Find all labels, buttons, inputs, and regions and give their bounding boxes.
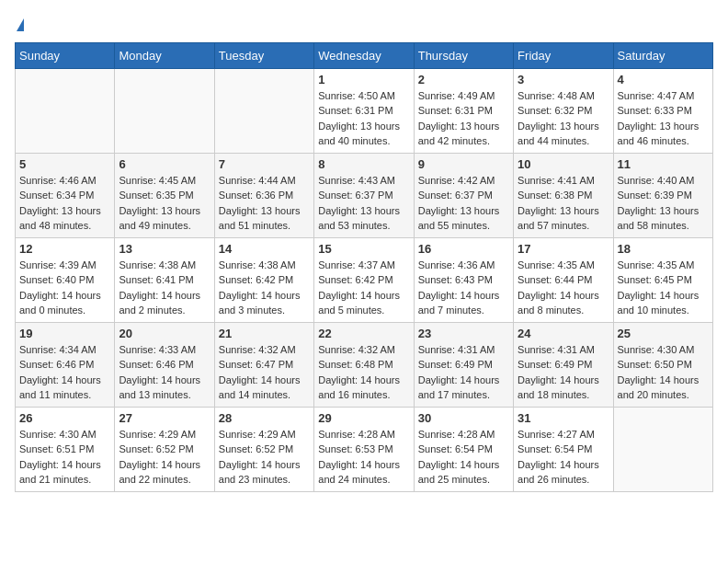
calendar-table: SundayMondayTuesdayWednesdayThursdayFrid… (15, 42, 713, 492)
calendar-cell: 28Sunrise: 4:29 AM Sunset: 6:52 PM Dayli… (214, 407, 313, 491)
day-info: Sunrise: 4:47 AM Sunset: 6:33 PM Dayligh… (618, 88, 709, 149)
day-number: 5 (19, 157, 110, 171)
day-info: Sunrise: 4:50 AM Sunset: 6:31 PM Dayligh… (318, 88, 409, 149)
calendar-cell (16, 68, 115, 153)
calendar-cell: 6Sunrise: 4:45 AM Sunset: 6:35 PM Daylig… (115, 153, 214, 237)
calendar-cell: 7Sunrise: 4:44 AM Sunset: 6:36 PM Daylig… (214, 153, 313, 237)
day-info: Sunrise: 4:49 AM Sunset: 6:31 PM Dayligh… (418, 88, 509, 149)
day-info: Sunrise: 4:29 AM Sunset: 6:52 PM Dayligh… (219, 427, 310, 488)
column-header-sunday: Sunday (16, 42, 115, 68)
day-info: Sunrise: 4:40 AM Sunset: 6:39 PM Dayligh… (618, 173, 709, 234)
day-number: 27 (119, 411, 210, 425)
day-info: Sunrise: 4:28 AM Sunset: 6:53 PM Dayligh… (318, 427, 409, 488)
calendar-cell: 27Sunrise: 4:29 AM Sunset: 6:52 PM Dayli… (115, 407, 214, 491)
column-header-monday: Monday (115, 42, 214, 68)
calendar-cell: 31Sunrise: 4:27 AM Sunset: 6:54 PM Dayli… (514, 407, 613, 491)
day-info: Sunrise: 4:34 AM Sunset: 6:46 PM Dayligh… (19, 342, 110, 403)
day-info: Sunrise: 4:27 AM Sunset: 6:54 PM Dayligh… (518, 427, 609, 488)
calendar-cell (115, 68, 214, 153)
day-info: Sunrise: 4:31 AM Sunset: 6:49 PM Dayligh… (418, 342, 509, 403)
day-number: 10 (518, 157, 609, 171)
day-info: Sunrise: 4:35 AM Sunset: 6:44 PM Dayligh… (518, 258, 609, 318)
calendar-week-row: 5Sunrise: 4:46 AM Sunset: 6:34 PM Daylig… (16, 153, 713, 237)
day-info: Sunrise: 4:39 AM Sunset: 6:40 PM Dayligh… (19, 258, 110, 318)
day-number: 18 (618, 242, 709, 256)
day-info: Sunrise: 4:42 AM Sunset: 6:37 PM Dayligh… (418, 173, 509, 234)
day-info: Sunrise: 4:44 AM Sunset: 6:36 PM Dayligh… (219, 173, 310, 234)
calendar-cell: 2Sunrise: 4:49 AM Sunset: 6:31 PM Daylig… (414, 68, 513, 153)
calendar-cell: 8Sunrise: 4:43 AM Sunset: 6:37 PM Daylig… (314, 153, 414, 237)
day-info: Sunrise: 4:32 AM Sunset: 6:47 PM Dayligh… (219, 342, 310, 403)
day-number: 16 (418, 242, 509, 256)
day-info: Sunrise: 4:30 AM Sunset: 6:51 PM Dayligh… (19, 427, 110, 488)
column-header-tuesday: Tuesday (214, 42, 313, 68)
day-number: 3 (518, 73, 609, 86)
calendar-cell: 25Sunrise: 4:30 AM Sunset: 6:50 PM Dayli… (613, 322, 712, 407)
day-number: 20 (119, 327, 210, 340)
calendar-cell: 1Sunrise: 4:50 AM Sunset: 6:31 PM Daylig… (314, 68, 414, 153)
logo-triangle-icon (17, 18, 24, 31)
calendar-cell: 20Sunrise: 4:33 AM Sunset: 6:46 PM Dayli… (115, 322, 214, 407)
calendar-cell (214, 68, 313, 153)
logo-top (15, 15, 24, 33)
day-info: Sunrise: 4:37 AM Sunset: 6:42 PM Dayligh… (318, 258, 409, 318)
day-info: Sunrise: 4:28 AM Sunset: 6:54 PM Dayligh… (418, 427, 509, 488)
day-number: 19 (19, 327, 110, 340)
day-number: 6 (119, 157, 210, 171)
calendar-cell (613, 407, 712, 491)
calendar-cell: 13Sunrise: 4:38 AM Sunset: 6:41 PM Dayli… (115, 237, 214, 322)
calendar-cell: 10Sunrise: 4:41 AM Sunset: 6:38 PM Dayli… (514, 153, 613, 237)
calendar-cell: 23Sunrise: 4:31 AM Sunset: 6:49 PM Dayli… (414, 322, 513, 407)
day-number: 23 (418, 327, 509, 340)
calendar-week-row: 19Sunrise: 4:34 AM Sunset: 6:46 PM Dayli… (16, 322, 713, 407)
calendar-cell: 4Sunrise: 4:47 AM Sunset: 6:33 PM Daylig… (613, 68, 712, 153)
calendar-cell: 18Sunrise: 4:35 AM Sunset: 6:45 PM Dayli… (613, 237, 712, 322)
calendar-cell: 22Sunrise: 4:32 AM Sunset: 6:48 PM Dayli… (314, 322, 414, 407)
day-info: Sunrise: 4:29 AM Sunset: 6:52 PM Dayligh… (119, 427, 210, 488)
day-info: Sunrise: 4:43 AM Sunset: 6:37 PM Dayligh… (318, 173, 409, 234)
calendar-cell: 3Sunrise: 4:48 AM Sunset: 6:32 PM Daylig… (514, 68, 613, 153)
day-number: 22 (318, 327, 409, 340)
day-number: 1 (318, 73, 409, 86)
column-header-thursday: Thursday (414, 42, 513, 68)
calendar-cell: 12Sunrise: 4:39 AM Sunset: 6:40 PM Dayli… (16, 237, 115, 322)
day-info: Sunrise: 4:45 AM Sunset: 6:35 PM Dayligh… (119, 173, 210, 234)
day-number: 21 (219, 327, 310, 340)
day-number: 2 (418, 73, 509, 86)
calendar-week-row: 12Sunrise: 4:39 AM Sunset: 6:40 PM Dayli… (16, 237, 713, 322)
day-info: Sunrise: 4:46 AM Sunset: 6:34 PM Dayligh… (19, 173, 110, 234)
day-number: 4 (618, 73, 709, 86)
day-info: Sunrise: 4:30 AM Sunset: 6:50 PM Dayligh… (618, 342, 709, 403)
calendar-cell: 9Sunrise: 4:42 AM Sunset: 6:37 PM Daylig… (414, 153, 513, 237)
day-number: 28 (219, 411, 310, 425)
day-number: 7 (219, 157, 310, 171)
day-info: Sunrise: 4:33 AM Sunset: 6:46 PM Dayligh… (119, 342, 210, 403)
day-number: 8 (318, 157, 409, 171)
calendar-header-row: SundayMondayTuesdayWednesdayThursdayFrid… (16, 42, 713, 68)
day-info: Sunrise: 4:32 AM Sunset: 6:48 PM Dayligh… (318, 342, 409, 403)
calendar-cell: 24Sunrise: 4:31 AM Sunset: 6:49 PM Dayli… (514, 322, 613, 407)
day-info: Sunrise: 4:48 AM Sunset: 6:32 PM Dayligh… (518, 88, 609, 149)
page-header (15, 15, 713, 33)
day-number: 30 (418, 411, 509, 425)
day-number: 24 (518, 327, 609, 340)
day-number: 31 (518, 411, 609, 425)
day-info: Sunrise: 4:41 AM Sunset: 6:38 PM Dayligh… (518, 173, 609, 234)
calendar-cell: 15Sunrise: 4:37 AM Sunset: 6:42 PM Dayli… (314, 237, 414, 322)
logo (15, 15, 24, 33)
calendar-cell: 29Sunrise: 4:28 AM Sunset: 6:53 PM Dayli… (314, 407, 414, 491)
calendar-week-row: 26Sunrise: 4:30 AM Sunset: 6:51 PM Dayli… (16, 407, 713, 491)
day-number: 25 (618, 327, 709, 340)
day-number: 17 (518, 242, 609, 256)
day-info: Sunrise: 4:35 AM Sunset: 6:45 PM Dayligh… (618, 258, 709, 318)
day-number: 26 (19, 411, 110, 425)
day-number: 11 (618, 157, 709, 171)
calendar-cell: 17Sunrise: 4:35 AM Sunset: 6:44 PM Dayli… (514, 237, 613, 322)
calendar-cell: 16Sunrise: 4:36 AM Sunset: 6:43 PM Dayli… (414, 237, 513, 322)
day-number: 12 (19, 242, 110, 256)
day-info: Sunrise: 4:31 AM Sunset: 6:49 PM Dayligh… (518, 342, 609, 403)
day-number: 29 (318, 411, 409, 425)
day-info: Sunrise: 4:36 AM Sunset: 6:43 PM Dayligh… (418, 258, 509, 318)
calendar-cell: 14Sunrise: 4:38 AM Sunset: 6:42 PM Dayli… (214, 237, 313, 322)
column-header-saturday: Saturday (613, 42, 712, 68)
